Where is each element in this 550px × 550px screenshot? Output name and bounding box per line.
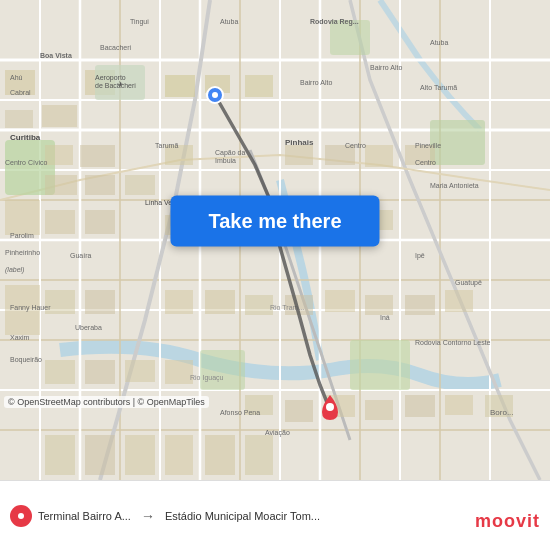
svg-rect-63	[365, 295, 393, 315]
svg-rect-73	[365, 400, 393, 420]
svg-text:Uberaba: Uberaba	[75, 324, 102, 331]
svg-rect-25	[42, 105, 77, 127]
svg-rect-32	[350, 340, 410, 390]
svg-text:Boro...: Boro...	[490, 408, 514, 417]
map-view: ✈ Boa Vista Tingui Atuba Rodovia Reg... …	[0, 0, 550, 480]
take-me-there-button[interactable]: Take me there	[170, 195, 379, 246]
svg-text:Guatupê: Guatupê	[455, 279, 482, 287]
to-label: Estádio Municipal Moacir Tom...	[165, 510, 320, 522]
svg-rect-48	[285, 145, 313, 165]
svg-text:Rodovia Reg...: Rodovia Reg...	[310, 18, 359, 26]
svg-rect-28	[165, 75, 195, 97]
svg-rect-50	[365, 145, 393, 167]
svg-text:Pinheirinho: Pinheirinho	[5, 249, 40, 256]
svg-text:Aeroporto: Aeroporto	[95, 74, 126, 82]
from-label: Terminal Bairro A...	[38, 510, 131, 522]
svg-rect-41	[125, 175, 155, 195]
svg-rect-67	[85, 360, 115, 384]
svg-rect-42	[45, 210, 75, 234]
svg-rect-68	[125, 360, 155, 382]
route-arrow: →	[141, 508, 155, 524]
svg-rect-36	[45, 145, 73, 165]
svg-text:Xaxim: Xaxim	[10, 334, 30, 341]
svg-rect-27	[5, 110, 33, 128]
svg-text:Parolim: Parolim	[10, 232, 34, 239]
svg-rect-62	[325, 290, 355, 312]
svg-rect-75	[445, 395, 473, 415]
svg-text:Cabral: Cabral	[10, 89, 31, 96]
svg-rect-82	[245, 435, 273, 475]
svg-text:de Bacacheri: de Bacacheri	[95, 82, 136, 89]
svg-text:Rodovia Contorno Leste: Rodovia Contorno Leste	[415, 339, 491, 346]
svg-rect-74	[405, 395, 435, 417]
svg-rect-43	[85, 210, 115, 234]
svg-rect-69	[165, 360, 193, 384]
svg-text:Alto Tarumã: Alto Tarumã	[420, 84, 457, 91]
svg-text:Curitiba: Curitiba	[10, 133, 41, 142]
svg-rect-40	[85, 175, 115, 195]
svg-rect-77	[45, 435, 75, 475]
svg-point-129	[326, 403, 334, 411]
svg-text:Iná: Iná	[380, 314, 390, 321]
svg-point-131	[18, 513, 24, 519]
route-info: Terminal Bairro A... → Estádio Municipal…	[10, 505, 540, 527]
bottom-bar: Terminal Bairro A... → Estádio Municipal…	[0, 480, 550, 550]
svg-rect-34	[330, 20, 370, 55]
svg-text:Pineville: Pineville	[415, 142, 441, 149]
svg-text:Ahú: Ahú	[10, 74, 23, 81]
svg-text:Guaíra: Guaíra	[70, 252, 92, 259]
svg-rect-37	[80, 145, 115, 167]
svg-text:Centro: Centro	[415, 159, 436, 166]
svg-text:Bairro Alto: Bairro Alto	[370, 64, 402, 71]
svg-text:Maria Antonieta: Maria Antonieta	[430, 182, 479, 189]
svg-rect-56	[85, 290, 115, 314]
svg-text:Aviação: Aviação	[265, 429, 290, 437]
svg-text:Pinhais: Pinhais	[285, 138, 314, 147]
svg-rect-60	[245, 295, 273, 315]
svg-text:Afonso Pena: Afonso Pena	[220, 409, 260, 416]
svg-rect-35	[200, 350, 245, 390]
svg-rect-30	[245, 75, 273, 97]
svg-text:Ipê: Ipê	[415, 252, 425, 260]
svg-text:Bacacheri: Bacacheri	[100, 44, 132, 51]
svg-rect-80	[165, 435, 193, 475]
svg-text:Rio Iguaçu: Rio Iguaçu	[190, 374, 224, 382]
svg-rect-81	[205, 435, 235, 475]
from-icon	[10, 505, 32, 527]
svg-text:Boqueirão: Boqueirão	[10, 356, 42, 364]
svg-text:Capão da: Capão da	[215, 149, 245, 157]
svg-text:Tarumã: Tarumã	[155, 142, 178, 149]
svg-rect-66	[45, 360, 75, 384]
svg-rect-65	[445, 290, 473, 312]
svg-text:Tingui: Tingui	[130, 18, 149, 26]
svg-text:Centro Cívico: Centro Cívico	[5, 159, 48, 166]
svg-rect-64	[405, 295, 435, 315]
moovit-brand: moovit	[475, 511, 540, 532]
svg-text:(label): (label)	[5, 266, 24, 274]
svg-rect-58	[165, 290, 193, 314]
svg-text:Centro: Centro	[345, 142, 366, 149]
svg-rect-71	[285, 400, 313, 422]
svg-text:Fanny Hauer: Fanny Hauer	[10, 304, 51, 312]
svg-text:Boa Vista: Boa Vista	[40, 52, 72, 59]
svg-text:Bairro Alto: Bairro Alto	[300, 79, 332, 86]
svg-text:Atuba: Atuba	[430, 39, 448, 46]
moovit-logo: moovit	[475, 511, 540, 532]
svg-rect-39	[45, 175, 77, 195]
svg-text:Atuba: Atuba	[220, 18, 238, 25]
svg-rect-78	[85, 435, 115, 475]
svg-rect-79	[125, 435, 155, 475]
svg-rect-44	[5, 200, 40, 235]
svg-point-127	[212, 92, 218, 98]
svg-text:Imbuia: Imbuia	[215, 157, 236, 164]
map-attribution: © OpenStreetMap contributors | © OpenMap…	[4, 396, 209, 408]
svg-rect-59	[205, 290, 235, 314]
